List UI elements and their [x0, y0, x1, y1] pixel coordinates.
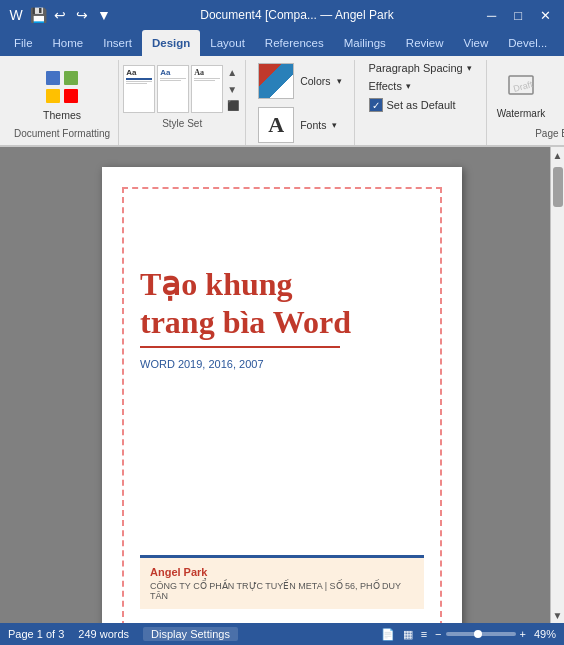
ribbon-group-colors-fonts: Colors ▾ A Fonts ▾ [246, 60, 354, 145]
tab-file[interactable]: File [4, 30, 43, 56]
page-background-items: Draft Watermark PageColor ▾ [493, 60, 564, 128]
paragraph-spacing-button[interactable]: Paragraph Spacing ▾ [363, 60, 478, 76]
colors-button[interactable]: Colors ▾ [254, 60, 345, 102]
footer-name: Angel Park [150, 566, 414, 578]
title-line2: trang bìa Word [140, 304, 351, 340]
title-bar: W 💾 ↩ ↪ ▼ Document4 [Compa... — Angel Pa… [0, 0, 564, 30]
style-set-items: Aa Aa Aa [123, 60, 241, 118]
style-set-up-arrow[interactable]: ▲ [225, 65, 241, 80]
svg-rect-1 [64, 71, 78, 85]
footer-company: CÔNG TY CỔ PHẦN TRỰC TUYẾN META | SỐ 56,… [150, 581, 414, 601]
tab-review[interactable]: Review [396, 30, 454, 56]
scroll-thumb[interactable] [553, 167, 563, 207]
themes-button[interactable]: Themes [37, 60, 87, 128]
ribbon-tabs: File Home Insert Design Layout Reference… [0, 30, 564, 56]
watermark-button[interactable]: Draft Watermark [493, 60, 550, 128]
page-background-label: Page Background [535, 128, 564, 139]
style-preview-3[interactable]: Aa [191, 65, 223, 113]
zoom-bar: − + [435, 628, 526, 640]
page-content: Tạo khung trang bìa Word WORD 2019, 2016… [140, 205, 424, 609]
status-bar: Page 1 of 3 249 words Display Settings 📄… [0, 623, 564, 645]
style-preview-1[interactable]: Aa [123, 65, 155, 113]
style-set-down-arrow[interactable]: ▼ [225, 82, 241, 97]
document-footer: Angel Park CÔNG TY CỔ PHẦN TRỰC TUYẾN ME… [140, 555, 424, 609]
maximize-button[interactable]: □ [509, 6, 527, 25]
paragraph-spacing-arrow-icon: ▾ [467, 63, 472, 73]
scroll-up-arrow[interactable]: ▲ [551, 147, 564, 163]
svg-rect-2 [46, 89, 60, 103]
set-as-default-label: Set as Default [387, 99, 456, 111]
effects-arrow-icon: ▾ [406, 81, 411, 91]
close-button[interactable]: ✕ [535, 6, 556, 25]
layout-icon: ▦ [403, 628, 413, 641]
minimize-button[interactable]: ─ [482, 6, 501, 25]
document-title: Document4 [Compa... — Angel Park [200, 8, 393, 22]
colors-fonts-items: Colors ▾ A Fonts ▾ [254, 60, 345, 146]
ribbon-group-page-background: Draft Watermark PageColor ▾ [487, 60, 564, 145]
style-preview-2[interactable]: Aa [157, 65, 189, 113]
redo-icon[interactable]: ↪ [74, 7, 90, 23]
set-as-default-check-icon: ✓ [369, 98, 383, 112]
colors-label: Colors [300, 75, 330, 88]
document-page-inner: Tạo khung trang bìa Word WORD 2019, 2016… [122, 187, 442, 623]
tab-layout[interactable]: Layout [200, 30, 255, 56]
document-title-text: Tạo khung trang bìa Word [140, 265, 424, 342]
quick-access-dropdown-icon[interactable]: ▼ [96, 7, 112, 23]
zoom-minus-icon[interactable]: − [435, 628, 441, 640]
style-previews: Aa Aa Aa [123, 65, 223, 113]
fonts-arrow-icon: ▾ [332, 120, 337, 130]
document-body: Tạo khung trang bìa Word WORD 2019, 2016… [140, 205, 424, 390]
fonts-label: Fonts [300, 119, 326, 132]
title-line1: Tạo khung [140, 266, 293, 302]
style-set-arrows: ▲ ▼ ⬛ [225, 65, 241, 113]
document-area: Tạo khung trang bìa Word WORD 2019, 2016… [0, 147, 564, 623]
doc-formatting-label: Document Formatting [14, 128, 110, 141]
word-count: 249 words [78, 628, 129, 640]
tab-view[interactable]: View [454, 30, 499, 56]
title-bar-left: W 💾 ↩ ↪ ▼ [8, 7, 112, 23]
fonts-button[interactable]: A Fonts ▾ [254, 104, 341, 146]
set-as-default-button[interactable]: ✓ Set as Default [363, 96, 462, 114]
content-area: Tạo khung trang bìa Word WORD 2019, 2016… [0, 147, 564, 623]
tab-mailings[interactable]: Mailings [334, 30, 396, 56]
tab-home[interactable]: Home [43, 30, 94, 56]
scroll-down-arrow[interactable]: ▼ [551, 607, 564, 623]
status-left: Page 1 of 3 249 words Display Settings [8, 627, 238, 641]
tab-developer[interactable]: Devel... [498, 30, 557, 56]
read-mode-icon: ≡ [421, 628, 427, 640]
save-icon[interactable]: 💾 [30, 7, 46, 23]
watermark-label: Watermark [497, 108, 546, 119]
effects-label: Effects [369, 80, 402, 92]
tab-help[interactable]: Help [557, 30, 564, 56]
tab-insert[interactable]: Insert [93, 30, 142, 56]
style-set-more-arrow[interactable]: ⬛ [225, 98, 241, 113]
vertical-scrollbar: ▲ ▼ [550, 147, 564, 623]
themes-icon [42, 67, 82, 107]
colors-arrow-icon: ▾ [337, 76, 342, 86]
svg-text:Draft: Draft [512, 79, 534, 94]
word-logo-icon: W [8, 7, 24, 23]
page-info: Page 1 of 3 [8, 628, 64, 640]
document-page: Tạo khung trang bìa Word WORD 2019, 2016… [102, 167, 462, 623]
document-subtitle: WORD 2019, 2016, 2007 [140, 358, 424, 370]
zoom-slider[interactable] [446, 632, 516, 636]
status-right: 📄 ▦ ≡ − + 49% [381, 628, 556, 641]
paragraph-spacing-label: Paragraph Spacing [369, 62, 463, 74]
ribbon-group-formatting-options: Paragraph Spacing ▾ Effects ▾ ✓ Set as D… [355, 60, 487, 145]
zoom-percent: 49% [534, 628, 556, 640]
app-window: W 💾 ↩ ↪ ▼ Document4 [Compa... — Angel Pa… [0, 0, 564, 645]
zoom-slider-thumb[interactable] [474, 630, 482, 638]
display-settings-button[interactable]: Display Settings [143, 627, 238, 641]
style-set-label: Style Set [162, 118, 202, 129]
svg-rect-3 [64, 89, 78, 103]
ribbon-group-themes: Themes Document Formatting [6, 60, 119, 145]
watermark-icon: Draft [505, 70, 537, 106]
formatting-options-items: Paragraph Spacing ▾ Effects ▾ ✓ Set as D… [363, 60, 478, 129]
tab-design[interactable]: Design [142, 30, 200, 56]
ribbon-group-style-set: Aa Aa Aa [119, 60, 246, 145]
undo-icon[interactable]: ↩ [52, 7, 68, 23]
effects-button[interactable]: Effects ▾ [363, 78, 417, 94]
zoom-plus-icon[interactable]: + [520, 628, 526, 640]
tab-references[interactable]: References [255, 30, 334, 56]
page-color-button[interactable]: PageColor ▾ [553, 60, 564, 128]
